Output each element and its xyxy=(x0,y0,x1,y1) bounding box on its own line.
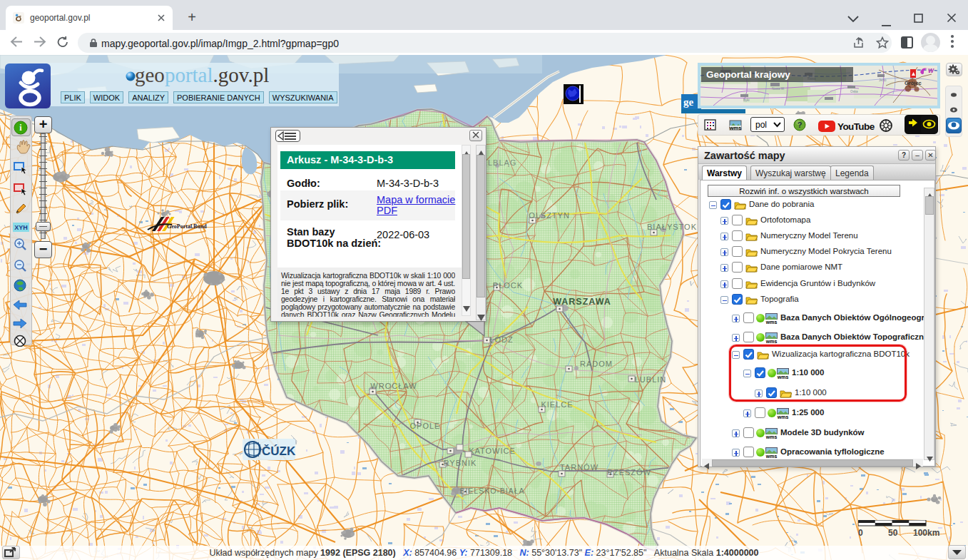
svg-text:Nowa W.: Nowa W. xyxy=(772,87,785,91)
svg-text:ELBLĄG: ELBLĄG xyxy=(482,158,517,167)
svg-text:wms: wms xyxy=(765,454,777,459)
svg-text:Jezio: Jezio xyxy=(879,78,887,82)
svg-text:?: ? xyxy=(798,121,803,129)
svg-text:wms: wms xyxy=(729,125,742,131)
svg-text:KIELCE: KIELCE xyxy=(541,400,573,409)
svg-text:W: W xyxy=(928,67,934,74)
svg-text:Byki: Byki xyxy=(743,98,750,102)
svg-text:ČÚZK: ČÚZK xyxy=(262,444,296,458)
svg-text:wms: wms xyxy=(765,434,777,439)
svg-text:OPOLE: OPOLE xyxy=(410,422,441,430)
svg-text:RYBNIK: RYBNIK xyxy=(444,459,477,467)
svg-text:XYH: XYH xyxy=(14,224,28,231)
svg-text:ŁÓDŹ: ŁÓDŹ xyxy=(489,335,513,344)
svg-text:WROCŁAW: WROCŁAW xyxy=(370,382,417,390)
svg-text:GeoPortal.Bund: GeoPortal.Bund xyxy=(167,223,207,230)
svg-text:wms: wms xyxy=(765,320,777,325)
svg-text:OLSZTYN: OLSZTYN xyxy=(529,211,570,220)
svg-text:wms: wms xyxy=(777,414,788,419)
svg-text:RZESZÓW: RZESZÓW xyxy=(607,468,651,477)
svg-text:ge: ge xyxy=(683,96,694,108)
svg-text:wms: wms xyxy=(765,339,777,344)
svg-text:50: 50 xyxy=(888,528,898,538)
svg-text:BIAŁYSTOK: BIAŁYSTOK xyxy=(647,223,697,231)
svg-text:BIELSKO-BIAŁA: BIELSKO-BIAŁA xyxy=(459,487,524,495)
svg-text:Oska: Oska xyxy=(850,90,858,93)
svg-text:RADOM: RADOM xyxy=(580,360,613,368)
svg-text:Grójec: Grójec xyxy=(905,80,922,86)
svg-text:LUBLIN: LUBLIN xyxy=(635,375,667,384)
svg-text:TARNÓW: TARNÓW xyxy=(560,463,598,472)
svg-text:PŁOCK: PŁOCK xyxy=(493,281,523,290)
svg-text:WARSZAWA: WARSZAWA xyxy=(553,297,611,307)
svg-text:0: 0 xyxy=(858,528,863,538)
svg-text:100km: 100km xyxy=(913,528,939,538)
svg-text:KATOWICE: KATOWICE xyxy=(469,447,516,455)
svg-text:YouTube: YouTube xyxy=(837,121,875,132)
